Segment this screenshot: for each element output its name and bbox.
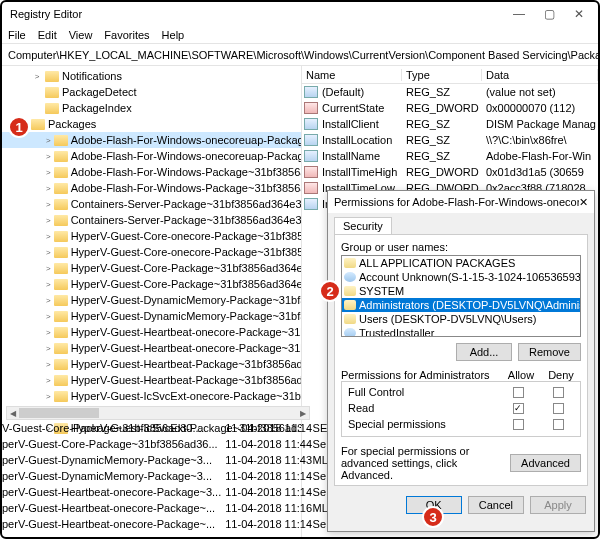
- group-label: Group or user names:: [341, 241, 581, 253]
- value-row[interactable]: InstallNameREG_SZAdobe-Flash-For-Win: [302, 148, 598, 164]
- col-type[interactable]: Type: [402, 69, 482, 81]
- advanced-button[interactable]: Advanced: [510, 454, 581, 472]
- permission-row: Special permissions: [344, 416, 578, 432]
- tree-item-packages[interactable]: ⌄Packages: [2, 116, 301, 132]
- menu-help[interactable]: Help: [162, 29, 185, 41]
- tree-item[interactable]: >Adobe-Flash-For-Windows-onecoreuap-Pack…: [2, 132, 301, 148]
- remove-button[interactable]: Remove: [518, 343, 581, 361]
- value-row[interactable]: InstallClientREG_SZDISM Package Manag: [302, 116, 598, 132]
- list-item[interactable]: perV-Guest-Core-Package~31bf3856ad36...1…: [2, 438, 332, 454]
- tree-item[interactable]: >Adobe-Flash-For-Windows-Package~31bf385…: [2, 164, 301, 180]
- tree-item[interactable]: >Adobe-Flash-For-Windows-onecoreuap-Pack…: [2, 148, 301, 164]
- background-file-list: V-Guest-Core-Package~31bf3856ad30...11-0…: [2, 422, 332, 534]
- allow-header: Allow: [501, 369, 541, 381]
- menu-favorites[interactable]: Favorites: [104, 29, 149, 41]
- permissions-table: Full ControlRead✓Special permissions: [341, 381, 581, 437]
- add-button[interactable]: Add...: [456, 343, 512, 361]
- allow-checkbox[interactable]: [513, 419, 524, 430]
- value-row[interactable]: InstallLocationREG_SZ\\?\C:\bin\x86fre\: [302, 132, 598, 148]
- address-text: Computer\HKEY_LOCAL_MACHINE\SOFTWARE\Mic…: [8, 49, 598, 61]
- address-bar[interactable]: Computer\HKEY_LOCAL_MACHINE\SOFTWARE\Mic…: [2, 44, 598, 66]
- tree-item[interactable]: >Adobe-Flash-For-Windows-Package~31bf385…: [2, 180, 301, 196]
- tree-item[interactable]: >Notifications: [2, 68, 301, 84]
- permission-row: Full Control: [344, 384, 578, 400]
- menu-file[interactable]: File: [8, 29, 26, 41]
- tree-item[interactable]: >Containers-Server-Package~31bf3856ad364…: [2, 212, 301, 228]
- col-data[interactable]: Data: [482, 69, 598, 81]
- tree-item[interactable]: >HyperV-Guest-DynamicMemory-Package~31bf…: [2, 308, 301, 324]
- advanced-text: For special permissions or advanced sett…: [341, 445, 504, 481]
- scroll-left-icon[interactable]: ◀: [7, 409, 19, 418]
- tree-item[interactable]: >HyperV-Guest-Core-onecore-Package~31bf3…: [2, 244, 301, 260]
- deny-checkbox[interactable]: [553, 387, 564, 398]
- tree-item[interactable]: >HyperV-Guest-DynamicMemory-Package~31bf…: [2, 292, 301, 308]
- menubar: File Edit View Favorites Help: [2, 26, 598, 44]
- list-item[interactable]: perV-Guest-Heartbeat-onecore-Package~...…: [2, 518, 332, 534]
- permissions-dialog: Permissions for Adobe-Flash-For-Windows-…: [327, 190, 595, 532]
- user-row[interactable]: Users (DESKTOP-DV5LVNQ\Users): [342, 312, 580, 326]
- user-row[interactable]: SYSTEM: [342, 284, 580, 298]
- tree-item[interactable]: PackageIndex: [2, 100, 301, 116]
- permissions-for-label: Permissions for Administrators: [341, 369, 501, 381]
- col-name[interactable]: Name: [302, 69, 402, 81]
- value-row[interactable]: (Default)REG_SZ(value not set): [302, 84, 598, 100]
- minimize-button[interactable]: —: [504, 7, 534, 21]
- list-item[interactable]: V-Guest-Core-Package~31bf3856ad30...11-0…: [2, 422, 332, 438]
- tree-item[interactable]: >HyperV-Guest-Core-Package~31bf3856ad364…: [2, 260, 301, 276]
- menu-view[interactable]: View: [69, 29, 93, 41]
- user-row[interactable]: ALL APPLICATION PACKAGES: [342, 256, 580, 270]
- allow-checkbox[interactable]: [513, 387, 524, 398]
- callout-3: 3: [422, 506, 444, 528]
- callout-2: 2: [319, 280, 341, 302]
- user-row[interactable]: TrustedInstaller: [342, 326, 580, 337]
- tree-horizontal-scrollbar[interactable]: ◀ ▶: [6, 406, 310, 420]
- deny-checkbox[interactable]: [553, 403, 564, 414]
- list-item[interactable]: perV-Guest-DynamicMemory-Package~3...11-…: [2, 470, 332, 486]
- list-item[interactable]: perV-Guest-Heartbeat-onecore-Package~3..…: [2, 486, 332, 502]
- user-row[interactable]: Account Unknown(S-1-15-3-1024-1065365936…: [342, 270, 580, 284]
- tree-item[interactable]: >HyperV-Guest-Heartbeat-Package~31bf3856…: [2, 356, 301, 372]
- menu-edit[interactable]: Edit: [38, 29, 57, 41]
- tree-item[interactable]: >Containers-Server-Package~31bf3856ad364…: [2, 196, 301, 212]
- tree-item[interactable]: >HyperV-Guest-Heartbeat-onecore-Package~…: [2, 340, 301, 356]
- apply-button[interactable]: Apply: [530, 496, 586, 514]
- close-button[interactable]: ✕: [564, 7, 594, 21]
- cancel-button[interactable]: Cancel: [468, 496, 524, 514]
- window-title: Registry Editor: [6, 8, 504, 20]
- perm-titlebar: Permissions for Adobe-Flash-For-Windows-…: [328, 191, 594, 213]
- allow-checkbox[interactable]: ✓: [513, 403, 524, 414]
- value-row[interactable]: CurrentStateREG_DWORD0x00000070 (112): [302, 100, 598, 116]
- user-list[interactable]: ALL APPLICATION PACKAGESAccount Unknown(…: [341, 255, 581, 337]
- tree-item[interactable]: >HyperV-Guest-Heartbeat-Package~31bf3856…: [2, 372, 301, 388]
- scroll-thumb[interactable]: [19, 408, 99, 418]
- tab-security[interactable]: Security: [334, 217, 392, 234]
- scroll-right-icon[interactable]: ▶: [297, 409, 309, 418]
- value-row[interactable]: InstallTimeHighREG_DWORD0x01d3d1a5 (3065…: [302, 164, 598, 180]
- permission-row: Read✓: [344, 400, 578, 416]
- deny-header: Deny: [541, 369, 581, 381]
- values-header: Name Type Data: [302, 66, 598, 84]
- user-row[interactable]: Administrators (DESKTOP-DV5LVNQ\Administ…: [342, 298, 580, 312]
- main-titlebar: Registry Editor — ▢ ✕: [2, 2, 598, 26]
- tree-item[interactable]: >HyperV-Guest-IcSvcExt-onecore-Package~3…: [2, 388, 301, 404]
- tree-item[interactable]: >HyperV-Guest-Heartbeat-onecore-Package~…: [2, 324, 301, 340]
- perm-close-button[interactable]: ✕: [579, 196, 588, 209]
- callout-1: 1: [8, 116, 30, 138]
- list-item[interactable]: perV-Guest-DynamicMemory-Package~3...11-…: [2, 454, 332, 470]
- tree-item[interactable]: >HyperV-Guest-Core-onecore-Package~31bf3…: [2, 228, 301, 244]
- list-item[interactable]: perV-Guest-Heartbeat-onecore-Package~...…: [2, 502, 332, 518]
- tree-item[interactable]: >HyperV-Guest-Core-Package~31bf3856ad364…: [2, 276, 301, 292]
- tree-item[interactable]: PackageDetect: [2, 84, 301, 100]
- maximize-button[interactable]: ▢: [534, 7, 564, 21]
- perm-title: Permissions for Adobe-Flash-For-Windows-…: [334, 196, 579, 208]
- deny-checkbox[interactable]: [553, 419, 564, 430]
